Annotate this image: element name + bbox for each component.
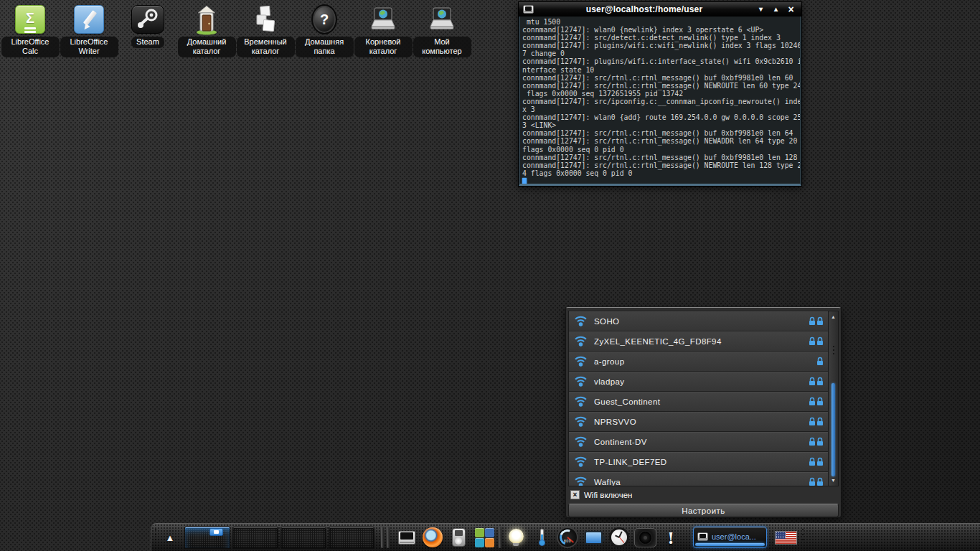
- thermometer-applet-icon[interactable]: [529, 524, 555, 551]
- office-suite-icon: [475, 528, 494, 547]
- cpu-gauge-applet-icon[interactable]: 800: [555, 524, 580, 551]
- media-player-launcher-icon[interactable]: [446, 524, 471, 551]
- lock-icon: [816, 477, 824, 486]
- wifi-signal-icon: [575, 395, 587, 408]
- wifi-enabled-checkbox[interactable]: ×: [570, 490, 580, 499]
- wifi-security-icon: [809, 437, 824, 446]
- window-button-label: user@loca...: [712, 532, 756, 541]
- wifi-security-icon: [816, 357, 824, 366]
- desktop-icon-home-catalog[interactable]: Домашний каталог: [177, 3, 236, 57]
- desktop-icon-temp-catalog[interactable]: Временный каталог: [236, 3, 295, 57]
- handle-dots: [802, 529, 804, 530]
- terminal-icon-screen: [400, 532, 413, 540]
- taskbar-drag-handle[interactable]: [801, 529, 804, 546]
- boxes-graphic: [253, 4, 278, 34]
- clock-applet-icon[interactable]: [606, 524, 632, 551]
- desktop-icon-steam[interactable]: Steam: [118, 3, 177, 48]
- workspace-3[interactable]: [281, 527, 326, 549]
- terminal-window: user@localhost:/home/user ▾ ▴ × mtu 1500…: [518, 1, 802, 187]
- handle-dots: [155, 529, 156, 530]
- terminal-body[interactable]: mtu 1500 connmand[12747]: wlan0 {newlink…: [519, 17, 801, 186]
- wifi-network-row[interactable]: Continent-DV: [569, 432, 830, 452]
- close-button[interactable]: ×: [785, 2, 797, 17]
- steam-icon: [131, 3, 164, 36]
- wifi-network-row[interactable]: a-group: [569, 352, 830, 372]
- boxes-icon: [253, 3, 278, 36]
- workspace-4[interactable]: [329, 527, 374, 549]
- speaker-icon: [634, 528, 656, 547]
- wifi-network-name: Waflya: [594, 478, 801, 486]
- keyboard-layout-us-flag-icon[interactable]: [775, 531, 797, 545]
- clock-icon: [609, 527, 629, 547]
- libreoffice-calc-icon: Σ: [15, 3, 45, 36]
- terminal-titlebar[interactable]: user@localhost:/home/user ▾ ▴ ×: [519, 2, 801, 17]
- workspace-window-thumb: [209, 528, 223, 536]
- wifi-network-row[interactable]: SOHO: [569, 311, 830, 331]
- wifi-network-row[interactable]: vladpay: [569, 372, 830, 392]
- wifi-network-name: Guest_Continent: [594, 397, 801, 406]
- desktop-icon-label: Временный каталог: [237, 37, 295, 57]
- battery-nub: [603, 536, 605, 541]
- terminal-icon: [398, 531, 415, 545]
- workspace-1[interactable]: [184, 527, 230, 549]
- desktop-icon-home-folder[interactable]: ? Домашняя папка: [295, 3, 354, 57]
- scrollbar-grip-dots: [833, 346, 834, 347]
- door-icon: [194, 3, 220, 36]
- lock-icon: [809, 437, 816, 446]
- desktop-icon-label: Домашний каталог: [178, 37, 236, 57]
- wifi-network-row[interactable]: Guest_Continent: [569, 392, 830, 412]
- terminal-icon-base: [400, 542, 414, 543]
- wifi-network-name: Continent-DV: [594, 438, 801, 446]
- lock-icon: [816, 417, 824, 426]
- lock-icon: [816, 457, 824, 466]
- lightbulb-applet-icon[interactable]: [503, 524, 529, 551]
- configure-button[interactable]: Настроить: [568, 504, 839, 517]
- office-suite-launcher-icon[interactable]: [471, 524, 497, 551]
- window-title: user@localhost:/home/user: [537, 4, 752, 14]
- firefox-launcher-icon[interactable]: [420, 524, 446, 551]
- flag-canton: [776, 532, 786, 539]
- wifi-network-row[interactable]: TP-LINK_DEF7ED: [569, 452, 830, 472]
- maximize-button[interactable]: ▴: [770, 2, 782, 17]
- exclamation-icon: !: [667, 528, 674, 547]
- battery-applet-icon[interactable]: [580, 524, 606, 551]
- wifi-list-scrollbar[interactable]: ▲ ▼: [828, 311, 839, 486]
- taskbar-window-button[interactable]: user@loca...: [693, 527, 767, 548]
- taskbar-drag-handle[interactable]: [154, 529, 157, 546]
- lightbulb-icon: [509, 529, 524, 546]
- volume-applet-icon[interactable]: [632, 524, 658, 551]
- shade-button[interactable]: ▾: [755, 2, 767, 17]
- scroll-up-icon[interactable]: ▲: [829, 312, 838, 321]
- question-glyph: ?: [320, 11, 329, 28]
- desktop-icon-root-catalog[interactable]: Корневой каталог: [354, 3, 413, 57]
- scrollbar-thumb[interactable]: [831, 383, 835, 476]
- lock-icon: [809, 397, 816, 406]
- wifi-network-name: a-group: [594, 357, 809, 366]
- active-window-indicator: [695, 543, 765, 546]
- battery-icon: [585, 531, 603, 545]
- notification-applet-icon[interactable]: !: [658, 524, 684, 551]
- laptop-graphic: [427, 6, 457, 32]
- wifi-network-row[interactable]: ZyXEL_KEENETIC_4G_FD8F94: [569, 331, 830, 352]
- terminal-launcher-icon[interactable]: [394, 524, 420, 551]
- desktop-icon-label: Steam: [131, 37, 164, 48]
- wifi-security-icon: [809, 336, 824, 346]
- scroll-down-icon[interactable]: ▼: [829, 476, 838, 485]
- sigma-glyph: Σ: [26, 10, 34, 26]
- panel-menu-button[interactable]: ▲: [157, 524, 183, 551]
- wifi-network-row[interactable]: NPRSVVO: [569, 412, 830, 432]
- wifi-network-row[interactable]: Waflya: [569, 472, 830, 486]
- desktop-icon-my-computer[interactable]: Мой компьютер: [413, 3, 471, 57]
- lock-icon: [809, 377, 816, 386]
- workspace-2[interactable]: [232, 527, 278, 549]
- desktop-icon-label: Корневой каталог: [354, 37, 413, 57]
- wifi-security-icon: [809, 457, 824, 466]
- desktop-icon-libreoffice-writer[interactable]: LibreOffice Writer: [60, 3, 118, 57]
- office-tile-calc: [475, 528, 484, 537]
- wifi-signal-icon: [575, 335, 587, 347]
- speaker-cone: [639, 532, 651, 544]
- taskbar: ▲: [151, 523, 980, 551]
- question-icon: ?: [311, 3, 337, 36]
- desktop-icon-libreoffice-calc[interactable]: Σ LibreOffice Calc: [1, 3, 60, 57]
- taskbar-separator: [499, 527, 501, 548]
